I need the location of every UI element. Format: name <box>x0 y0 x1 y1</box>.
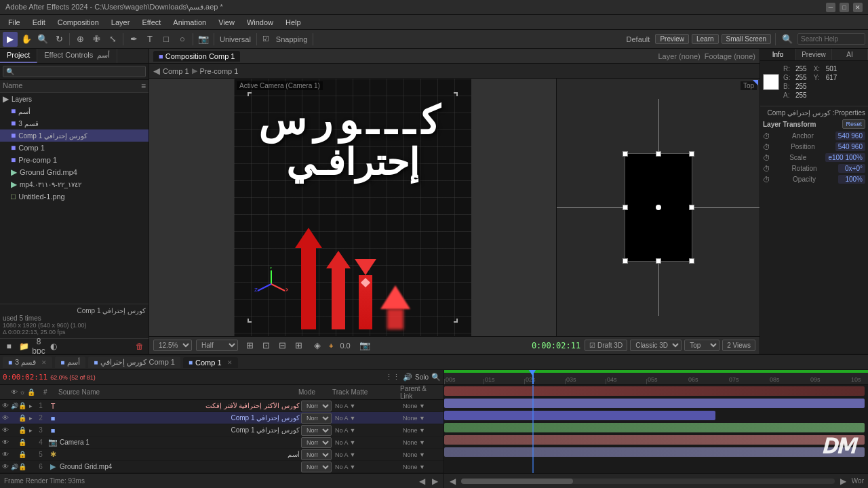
rulers-btn[interactable]: ⊟ <box>275 338 290 353</box>
anchor-stopwatch[interactable]: ⏱ <box>763 132 770 140</box>
audio-btn[interactable]: 🔊 <box>403 373 412 382</box>
project-item-3asem[interactable]: ■ 3 قسم <box>0 117 149 129</box>
view-dropdown[interactable]: Top Front Left <box>684 340 719 351</box>
tool-shape-rect[interactable]: □ <box>159 32 174 47</box>
mode-select-6[interactable]: Norm <box>301 462 332 472</box>
opacity-value[interactable]: 100% <box>838 175 865 184</box>
menu-layer[interactable]: Layer <box>106 17 136 28</box>
safe-zones-btn[interactable]: ⊡ <box>258 338 273 353</box>
breadcrumb-btn-left[interactable]: ◀ <box>153 66 160 76</box>
name-4[interactable]: Camera 1 <box>58 439 301 446</box>
track-bar-4[interactable] <box>444 423 865 432</box>
layer-props-btn[interactable]: ⋮⋮ <box>385 373 400 382</box>
maximize-button[interactable]: □ <box>840 3 849 12</box>
learn-btn[interactable]: Learn <box>692 34 719 44</box>
comp-view-main[interactable]: Active Camera (Camera 1) كـــورس إحترافـ… <box>149 79 556 336</box>
name-2[interactable]: كورس إحترافي Comp 1 <box>58 414 301 422</box>
solo-btn[interactable]: Solo <box>415 373 429 381</box>
tab-info[interactable]: Info <box>760 49 796 60</box>
project-item-png[interactable]: □ Untitled-1.png <box>0 190 149 203</box>
track-bar-5[interactable] <box>444 435 865 445</box>
timeline-nav-left[interactable]: ◀ <box>418 476 427 486</box>
tool-scale[interactable]: ⤡ <box>105 32 120 47</box>
eye-2[interactable]: 👁 <box>0 414 11 422</box>
lock-3[interactable]: 🔒 <box>18 426 27 434</box>
tab-ai[interactable]: AI <box>832 49 868 60</box>
tool-zoom[interactable]: 🔍 <box>35 32 50 47</box>
name-6[interactable]: Ground Grid.mp4 <box>58 463 301 470</box>
mode-select-5[interactable]: Norm <box>301 449 332 460</box>
mode-select-1[interactable]: Norm <box>301 401 332 411</box>
lock-6[interactable]: 🔒 <box>18 463 27 470</box>
menu-window[interactable]: Window <box>241 17 279 28</box>
help-search-input[interactable] <box>797 33 865 45</box>
tab-preview[interactable]: Preview <box>796 49 832 60</box>
rotation-value[interactable]: 0x+0° <box>838 164 865 173</box>
project-item-precomp[interactable]: ■ Pre-comp 1 <box>0 154 149 166</box>
handle-ml[interactable] <box>623 205 628 210</box>
new-comp-btn[interactable]: ■ <box>3 340 15 352</box>
handle-tl[interactable] <box>623 151 628 157</box>
renderer-dropdown[interactable]: Classic 3D <box>630 340 682 351</box>
project-item-asem[interactable]: ■ أسم <box>0 105 149 117</box>
handle-br[interactable] <box>689 258 694 264</box>
timeline-ruler[interactable]: 00s 01s 02s 03s 04s 05s 06s 07s 08s 09 <box>444 370 868 385</box>
eye-4[interactable]: 👁 <box>0 439 11 446</box>
mode-select-3[interactable]: Norm <box>301 425 332 436</box>
project-item-comp1[interactable]: ■ Comp 1 <box>0 142 149 154</box>
handle-tm[interactable] <box>656 151 661 157</box>
snapshot-btn[interactable]: 📷 <box>357 338 372 353</box>
tab-project[interactable]: Project <box>0 49 37 63</box>
eye-5[interactable]: 👁 <box>0 451 11 458</box>
handle-bl[interactable] <box>623 258 628 264</box>
grid-btn[interactable]: ⊞ <box>242 338 257 353</box>
tab-close-3asem[interactable]: ✕ <box>41 359 47 366</box>
tab-effect-controls[interactable]: Effect Controls أسم <box>37 49 117 63</box>
name-3[interactable]: كورس إحترافي Comp 1 <box>58 426 301 434</box>
project-item-grid[interactable]: ▶ Ground Grid.mp4 <box>0 166 149 178</box>
menu-effect[interactable]: Effect <box>136 17 166 28</box>
handle-tr[interactable] <box>689 151 694 157</box>
color-depth-btn[interactable]: 8 bpc <box>33 340 45 352</box>
tool-text[interactable]: T <box>142 32 157 47</box>
timeline-scroll-right[interactable]: ▶ <box>839 476 848 486</box>
scale-stopwatch[interactable]: ⏱ <box>763 154 770 162</box>
playhead[interactable] <box>532 370 534 384</box>
guides-btn[interactable]: ⊞ <box>291 338 306 353</box>
timeline-nav-right[interactable]: ▶ <box>431 476 439 486</box>
views-dropdown[interactable]: 2 Views <box>722 340 755 351</box>
timeline-tab-asem[interactable]: ■ أسم <box>55 357 85 368</box>
tool-rotate[interactable]: ↻ <box>52 32 66 47</box>
track-bar-3[interactable] <box>444 411 715 420</box>
track-toggle-1[interactable]: ▼ <box>350 403 356 409</box>
tab-close-comp1[interactable]: ✕ <box>227 359 233 366</box>
mode-1[interactable]: Norm <box>301 401 335 411</box>
timeline-tab-comp1[interactable]: ■ Comp 1 ✕ <box>183 357 238 368</box>
opacity-stopwatch[interactable]: ⏱ <box>763 176 770 184</box>
lock-2[interactable]: 🔒 <box>18 414 27 422</box>
timeline-scrollbar[interactable] <box>461 479 835 484</box>
small-screen-btn[interactable]: Small Screen <box>722 34 771 44</box>
tool-anchor[interactable]: ⊕ <box>73 32 87 47</box>
new-folder-btn[interactable]: 📁 <box>18 340 30 352</box>
search-icon[interactable]: 🔍 <box>780 32 795 47</box>
position-value[interactable]: 540 960 <box>835 142 865 151</box>
menu-edit[interactable]: Edit <box>27 17 51 28</box>
preview-btn[interactable]: Preview <box>655 34 689 44</box>
color-picker-icon[interactable]: ◈ <box>310 338 325 353</box>
lock-5[interactable]: 🔒 <box>18 451 27 458</box>
project-search-input[interactable] <box>3 66 146 77</box>
tool-shape-ellipse[interactable]: ○ <box>175 32 190 47</box>
quality-dropdown[interactable]: Half Full Quarter <box>196 340 238 351</box>
menu-help[interactable]: Help <box>280 17 307 28</box>
lock-1[interactable]: 🔒 <box>18 402 27 409</box>
minimize-button[interactable]: ─ <box>826 3 835 12</box>
top-view-canvas[interactable] <box>557 79 760 336</box>
mode-select-4[interactable]: Norm <box>301 437 332 448</box>
search-layer-btn[interactable]: 🔍 <box>431 373 441 382</box>
position-stopwatch[interactable]: ⏱ <box>763 143 770 151</box>
lock-4[interactable]: 🔒 <box>18 439 27 446</box>
eye-3[interactable]: 👁 <box>0 426 11 434</box>
close-button[interactable]: ✕ <box>853 3 863 12</box>
parent-chevron-1[interactable]: ▼ <box>419 403 425 409</box>
